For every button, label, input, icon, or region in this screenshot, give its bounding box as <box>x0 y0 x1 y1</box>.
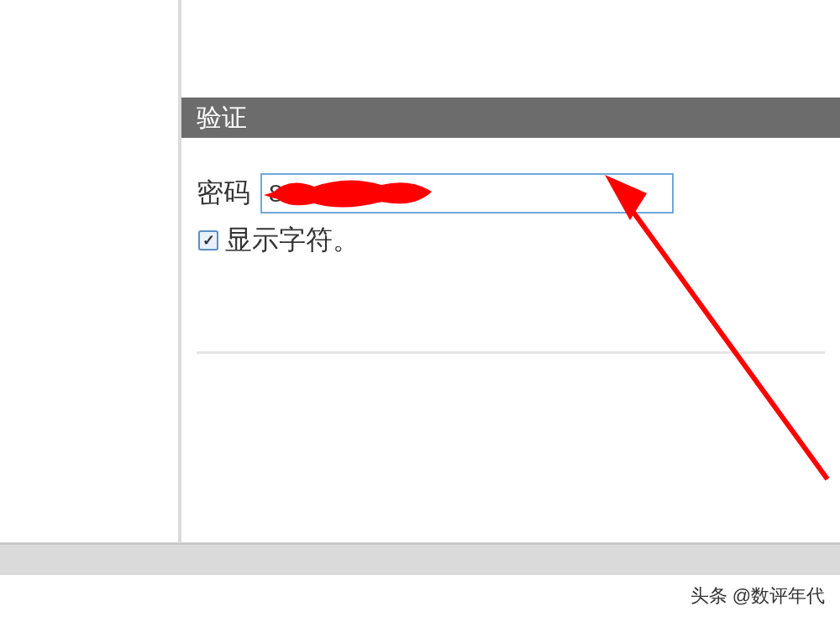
verification-section-header: 验证 <box>181 98 840 138</box>
verification-form: 密码 8 显示字符。 <box>181 138 840 276</box>
footer-bar <box>0 543 840 575</box>
password-row: 密码 8 <box>197 173 825 214</box>
show-chars-label: 显示字符。 <box>225 222 360 259</box>
section-divider <box>197 351 825 354</box>
main-panel: 验证 密码 8 显示字符。 <box>181 0 840 542</box>
sidebar <box>0 0 180 542</box>
password-value: 8 <box>269 179 283 208</box>
show-chars-checkbox[interactable] <box>198 230 218 250</box>
password-label: 密码 <box>197 175 250 212</box>
watermark: 头条 @数评年代 <box>690 583 825 609</box>
password-input[interactable]: 8 <box>260 173 674 214</box>
top-section <box>181 0 840 99</box>
show-chars-row: 显示字符。 <box>198 222 825 259</box>
